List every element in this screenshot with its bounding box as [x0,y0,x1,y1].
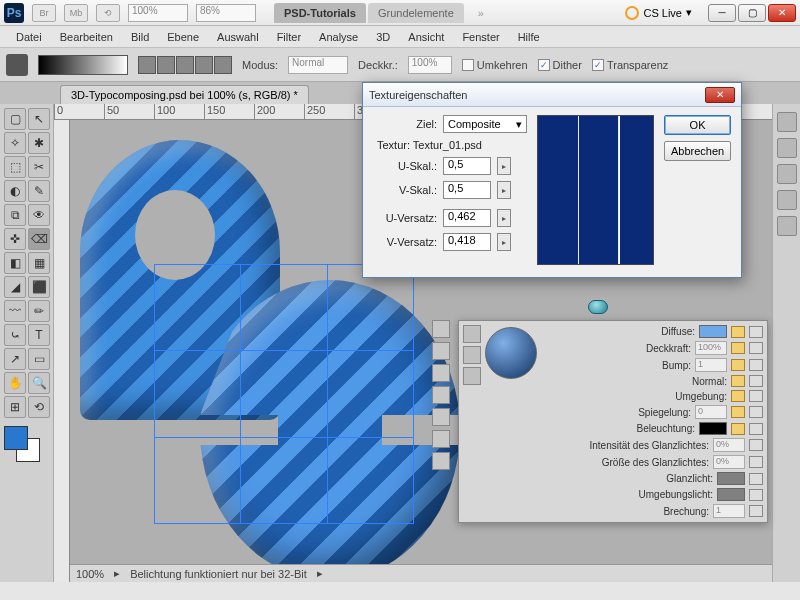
gradient-diamond-icon[interactable] [214,56,232,74]
vskal-input[interactable]: 0,5 [443,181,491,199]
workspace-overflow-icon[interactable]: » [478,7,484,19]
tool-14[interactable]: ◢ [4,276,26,298]
close-button[interactable]: ✕ [768,4,796,22]
dither-checkbox[interactable]: ✓Dither [538,59,582,71]
mat-tool-4[interactable] [432,386,450,404]
delete-icon[interactable] [749,406,763,418]
mat-preset-1[interactable] [463,325,481,343]
mat-tool-5[interactable] [432,408,450,426]
tool-9[interactable]: 👁 [28,204,50,226]
menu-ebene[interactable]: Ebene [159,28,207,46]
panel-icon-3[interactable] [777,164,797,184]
tool-23[interactable]: 🔍 [28,372,50,394]
delete-icon[interactable] [749,423,763,435]
dialog-close-button[interactable]: ✕ [705,87,735,103]
delete-icon[interactable] [749,489,763,501]
document-tab[interactable]: 3D-Typocomposing.psd bei 100% (s, RGB/8)… [60,85,309,104]
ok-button[interactable]: OK [664,115,731,135]
material-swatch[interactable] [699,325,727,338]
cslive-button[interactable]: CS Live ▾ [625,6,692,20]
view-rotate-icon[interactable]: ⟲ [96,4,120,22]
bridge-button[interactable]: Br [32,4,56,22]
folder-icon[interactable] [731,326,745,338]
uversatz-spinner[interactable]: ▸ [497,209,511,227]
zoom-select-1[interactable]: 100% [128,4,188,22]
workspace-tab-psdtutorials[interactable]: PSD-Tutorials [274,3,366,23]
mat-tool-6[interactable] [432,430,450,448]
tool-5[interactable]: ✂ [28,156,50,178]
tool-6[interactable]: ◐ [4,180,26,202]
mat-preset-3[interactable] [463,367,481,385]
tool-24[interactable]: ⊞ [4,396,26,418]
menu-fenster[interactable]: Fenster [454,28,507,46]
material-value[interactable]: 0% [713,438,745,452]
tool-19[interactable]: T [28,324,50,346]
modus-select[interactable]: Normal [288,56,348,74]
delete-icon[interactable] [749,473,763,485]
vversatz-spinner[interactable]: ▸ [497,233,511,251]
vskal-spinner[interactable]: ▸ [497,181,511,199]
tool-8[interactable]: ⧉ [4,204,26,226]
gradient-preview[interactable] [38,55,128,75]
mat-tool-3[interactable] [432,364,450,382]
material-value[interactable]: 100% [695,341,727,355]
deckkraft-select[interactable]: 100% [408,56,452,74]
foreground-color[interactable] [4,426,28,450]
tool-13[interactable]: ▦ [28,252,50,274]
menu-bild[interactable]: Bild [123,28,157,46]
menu-analyse[interactable]: Analyse [311,28,366,46]
gradient-radial-icon[interactable] [157,56,175,74]
mat-tool-2[interactable] [432,342,450,360]
umkehren-checkbox[interactable]: Umkehren [462,59,528,71]
menu-3d[interactable]: 3D [368,28,398,46]
tool-21[interactable]: ▭ [28,348,50,370]
dialog-titlebar[interactable]: Textureigenschaften ✕ [363,83,741,107]
mat-preset-2[interactable] [463,346,481,364]
material-value[interactable]: 1 [695,358,727,372]
minimize-button[interactable]: ─ [708,4,736,22]
maximize-button[interactable]: ▢ [738,4,766,22]
folder-icon[interactable] [731,390,745,402]
mat-tool-7[interactable] [432,452,450,470]
panel-icon-5[interactable] [777,216,797,236]
transparenz-checkbox[interactable]: ✓Transparenz [592,59,668,71]
delete-icon[interactable] [749,439,763,451]
delete-icon[interactable] [749,342,763,354]
panel-icon-1[interactable] [777,112,797,132]
tool-3[interactable]: ✱ [28,132,50,154]
folder-icon[interactable] [731,423,745,435]
delete-icon[interactable] [749,375,763,387]
menu-bearbeiten[interactable]: Bearbeiten [52,28,121,46]
tool-16[interactable]: 〰 [4,300,26,322]
delete-icon[interactable] [749,505,763,517]
tool-17[interactable]: ✏ [28,300,50,322]
panel-icon-4[interactable] [777,190,797,210]
tool-11[interactable]: ⌫ [28,228,50,250]
color-swatches[interactable] [4,426,40,462]
tool-1[interactable]: ↖ [28,108,50,130]
zoom-select-2[interactable]: 86% [196,4,256,22]
folder-icon[interactable] [731,359,745,371]
tool-7[interactable]: ✎ [28,180,50,202]
menu-filter[interactable]: Filter [269,28,309,46]
uskal-input[interactable]: 0,5 [443,157,491,175]
menu-auswahl[interactable]: Auswahl [209,28,267,46]
tool-10[interactable]: ✜ [4,228,26,250]
minibridge-button[interactable]: Mb [64,4,88,22]
vversatz-input[interactable]: 0,418 [443,233,491,251]
mat-tool-1[interactable] [432,320,450,338]
uversatz-input[interactable]: 0,462 [443,209,491,227]
tool-preset-icon[interactable] [6,54,28,76]
tool-20[interactable]: ↗ [4,348,26,370]
gradient-linear-icon[interactable] [138,56,156,74]
panel-icon-2[interactable] [777,138,797,158]
folder-icon[interactable] [731,406,745,418]
folder-icon[interactable] [731,342,745,354]
tool-12[interactable]: ◧ [4,252,26,274]
delete-icon[interactable] [749,326,763,338]
uskal-spinner[interactable]: ▸ [497,157,511,175]
tool-0[interactable]: ▢ [4,108,26,130]
delete-icon[interactable] [749,456,763,468]
material-swatch[interactable] [717,472,745,485]
tool-25[interactable]: ⟲ [28,396,50,418]
